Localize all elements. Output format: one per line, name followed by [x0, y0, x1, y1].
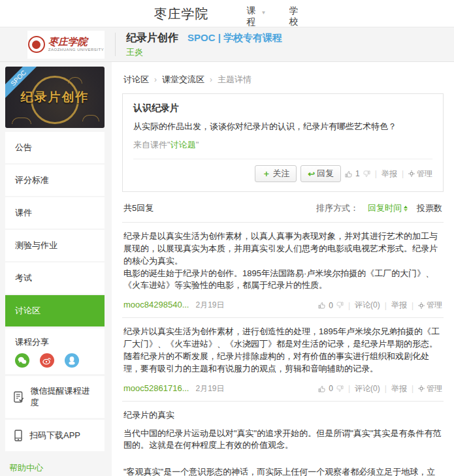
- reply-item: 纪录片是以真实生活为创作素材，以真人真事为表现对象，并对其进行艺术的加工与展现的…: [122, 222, 444, 317]
- thumb-down-icon[interactable]: [336, 302, 344, 309]
- course-header: 枣庄学院 ZAOZHUANG UNIVERSITY 纪录片创作 SPOC | 学…: [0, 27, 454, 62]
- reply-item: 纪录片以真实生活为创作素材，进行创造性的处理，1895年卢米埃尔兄弟拍摄的《工厂…: [122, 317, 444, 400]
- gear-icon: [408, 170, 415, 177]
- course-share-box: 课程分享: [5, 328, 105, 374]
- sort-label: 排序方式：: [316, 202, 359, 214]
- thumbnail-title: 纪录片创作: [5, 89, 105, 106]
- divider: [115, 33, 116, 56]
- reply-username[interactable]: mooc84298540...: [123, 300, 189, 309]
- breadcrumb-separator: ›: [210, 75, 212, 84]
- breadcrumb-board[interactable]: 课堂交流区: [162, 74, 204, 86]
- source-courseware-link[interactable]: 讨论题: [170, 140, 196, 150]
- sort-by-votes[interactable]: 投票数: [417, 202, 442, 214]
- thumb-down-icon[interactable]: [336, 385, 344, 392]
- reply-like-count: 0: [329, 384, 333, 393]
- topic-body: 从实际的作品出发，谈谈你对纪录片的认识，纪录片有哪些艺术特色？: [133, 121, 432, 133]
- manage-link[interactable]: 管理: [418, 300, 442, 311]
- share-label: 课程分享: [15, 336, 95, 348]
- comment-link[interactable]: 评论(0): [355, 300, 380, 311]
- teacher-name[interactable]: 王炎: [126, 46, 282, 58]
- breadcrumb-current: 主题详情: [218, 74, 251, 86]
- logo-title: 枣庄学院: [48, 37, 104, 48]
- gear-icon: [418, 302, 425, 309]
- university-brand[interactable]: 枣庄学院: [154, 5, 209, 23]
- reply-like-count: 0: [329, 301, 333, 310]
- course-sidebar: 纪录片创作 SPOC 公告 评分标准 课件 测验与作业 考试 讨论区 课程分享: [5, 67, 105, 476]
- comment-link[interactable]: 评论(0): [355, 383, 380, 394]
- manage-link[interactable]: 管理: [418, 383, 442, 394]
- course-thumbnail[interactable]: 纪录片创作 SPOC: [5, 67, 105, 128]
- forum-main: 讨论区 › 课堂交流区 › 主题详情 认识纪录片 从实际的作品出发，谈谈你对纪录…: [112, 62, 454, 476]
- thumb-up-icon[interactable]: [318, 302, 325, 309]
- wechat-reminder-entry[interactable]: 微信提醒课程进度: [5, 376, 105, 418]
- decor-cloud: [12, 118, 31, 124]
- sidebar-item-quiz[interactable]: 测验与作业: [5, 230, 105, 261]
- sidebar-item-announcements[interactable]: 公告: [5, 132, 105, 163]
- sidebar-item-exam[interactable]: 考试: [5, 262, 105, 294]
- nav-item-school[interactable]: 学校: [289, 5, 300, 27]
- qq-icon[interactable]: [65, 353, 79, 368]
- course-type-badge: SPOC | 学校专有课程: [187, 32, 282, 44]
- wechat-icon[interactable]: [15, 353, 29, 368]
- sidebar-item-courseware[interactable]: 课件: [5, 197, 105, 229]
- sidebar-item-forum[interactable]: 讨论区: [5, 295, 105, 326]
- thumb-up-icon[interactable]: [318, 385, 325, 392]
- weibo-icon[interactable]: [40, 353, 54, 368]
- nav-item-courses[interactable]: 课程 ▼: [247, 5, 258, 27]
- chevron-down-icon: ▼: [261, 7, 267, 18]
- topic-card: 认识纪录片 从实际的作品出发，谈谈你对纪录片的认识，纪录片有哪些艺术特色？ 来自…: [122, 93, 444, 192]
- replies-header: 共5回复 排序方式： 回复时间 投票数: [122, 192, 444, 222]
- reply-date: 2月19日: [195, 300, 224, 309]
- topic-title: 认识纪录片: [133, 103, 432, 114]
- course-title: 纪录片创作: [126, 31, 178, 45]
- report-link[interactable]: 举报: [381, 168, 397, 180]
- breadcrumb: 讨论区 › 课堂交流区 › 主题详情: [122, 71, 444, 93]
- university-crest-icon: [28, 36, 45, 53]
- reply-date: 2月19日: [195, 384, 224, 393]
- sort-arrows-icon: [404, 206, 408, 212]
- help-center-link[interactable]: 帮助中心: [5, 453, 105, 476]
- checklist-icon: [13, 390, 25, 404]
- breadcrumb-separator: ›: [154, 75, 157, 84]
- reply-arrow-icon: ↩: [308, 169, 315, 179]
- sort-by-time[interactable]: 回复时间: [368, 202, 408, 214]
- reply-item: 纪录片的真实 当代中国的纪录片运动是以对"真实"的追求开始的。但是所谓"真实"其…: [122, 401, 444, 476]
- download-app-entry[interactable]: 扫码下载APP: [5, 420, 105, 451]
- reply-count: 共5回复: [123, 202, 154, 214]
- gear-icon: [418, 385, 425, 392]
- thumb-up-icon[interactable]: [345, 170, 352, 178]
- top-nav: 枣庄学院 课程 ▼ 学校: [0, 0, 454, 27]
- thumb-down-icon[interactable]: [363, 170, 370, 178]
- logo-subtitle: ZAOZHUANG UNIVERSITY: [48, 48, 104, 52]
- sidebar-item-grading[interactable]: 评分标准: [5, 165, 105, 196]
- plus-icon: ＋: [262, 168, 270, 180]
- manage-link[interactable]: 管理: [408, 168, 432, 180]
- breadcrumb-forum[interactable]: 讨论区: [123, 74, 149, 86]
- topic-like-count: 1: [355, 169, 360, 178]
- topic-source: 来自课件"讨论题": [133, 139, 432, 159]
- decor-cloud: [82, 115, 99, 121]
- phone-icon: [13, 429, 24, 442]
- report-link[interactable]: 举报: [391, 300, 407, 311]
- reply-button[interactable]: ↩回复: [300, 165, 341, 182]
- university-logo[interactable]: 枣庄学院 ZAOZHUANG UNIVERSITY: [27, 31, 105, 59]
- report-link[interactable]: 举报: [391, 383, 407, 394]
- follow-button[interactable]: ＋关注: [255, 165, 297, 182]
- reply-username[interactable]: mooc52861716...: [123, 383, 189, 393]
- reply-title: 纪录片的真实: [123, 409, 442, 421]
